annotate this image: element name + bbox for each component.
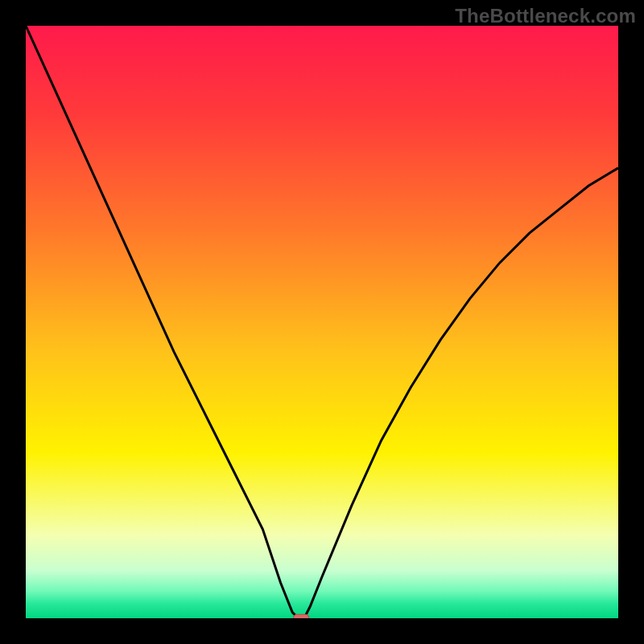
chart-frame: TheBottleneck.com — [0, 0, 644, 644]
watermark-text: TheBottleneck.com — [455, 5, 636, 27]
gradient-background — [26, 26, 618, 618]
bottleneck-chart — [26, 26, 618, 618]
optimal-marker — [294, 614, 309, 618]
